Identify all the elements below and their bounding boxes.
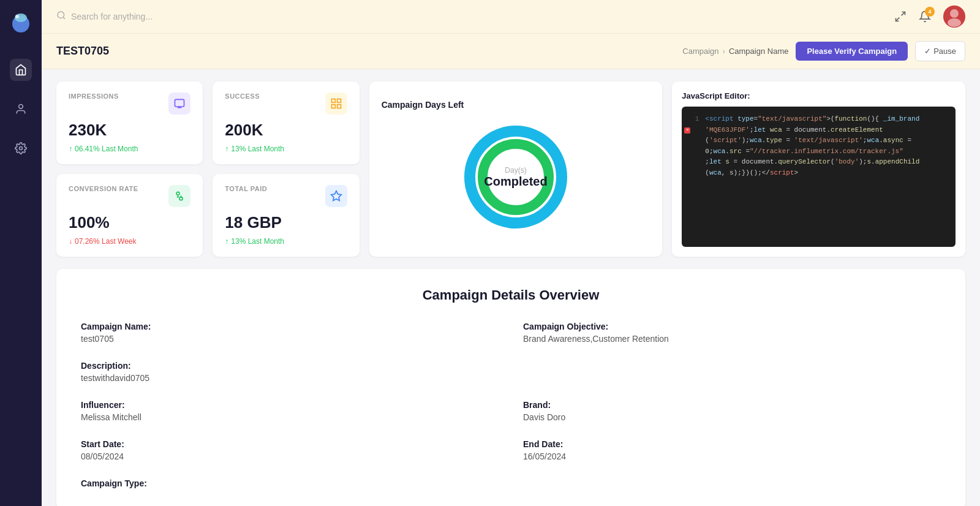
- total-paid-card: TOTAL PAID 18 GBP ↑ 13% Last Month: [213, 174, 359, 257]
- app-logo: [9, 10, 33, 34]
- description-label: Description:: [81, 361, 941, 371]
- detail-campaign-type: Campaign Type:: [81, 478, 499, 491]
- impressions-change: ↑ 06.41% Last Month: [69, 145, 190, 153]
- pause-label: Pause: [933, 47, 956, 56]
- total-paid-change-text: 13% Last Month: [231, 237, 284, 246]
- description-value: testwithdavid0705: [81, 373, 941, 383]
- page-title: TEST0705: [56, 45, 109, 58]
- campaign-type-label: Campaign Type:: [81, 478, 499, 488]
- search-placeholder-text: Search for anything...: [71, 12, 153, 21]
- campaign-days-title: Campaign Days Left: [382, 100, 464, 110]
- influencer-value: Melissa Mitchell: [81, 412, 499, 422]
- verify-campaign-button[interactable]: Please Verify Campaign: [796, 42, 908, 61]
- donut-center-value: Completed: [484, 175, 547, 189]
- impressions-label: IMPRESSIONS: [69, 93, 119, 100]
- svg-rect-23: [337, 105, 341, 108]
- svg-point-11: [948, 18, 961, 27]
- success-card: SUCCESS 200K ↑ 13% Last Month: [213, 81, 359, 164]
- svg-marker-25: [331, 191, 341, 201]
- conversion-label: CONVERSION RATE: [69, 185, 138, 192]
- success-value: 200K: [225, 121, 347, 140]
- conversion-rate-card: CONVERSION RATE 100% ↓ 07.26% Last We: [56, 174, 203, 257]
- total-paid-arrow: ↑: [225, 237, 228, 246]
- detail-end-date: End Date: 16/05/2024: [523, 439, 941, 461]
- donut-chart: Day(s) Completed: [454, 116, 577, 238]
- sidebar-nav: [10, 59, 32, 159]
- start-date-label: Start Date:: [81, 439, 499, 449]
- svg-rect-21: [331, 99, 335, 103]
- breadcrumb-separator: ›: [723, 47, 725, 56]
- header-right: Campaign › Campaign Name Please Verify C…: [682, 41, 965, 61]
- conversion-icon: [168, 185, 190, 207]
- detail-influencer: Influencer: Melissa Mitchell: [81, 400, 499, 422]
- success-change: ↑ 13% Last Month: [225, 145, 347, 153]
- page-header: TEST0705 Campaign › Campaign Name Please…: [42, 34, 980, 69]
- breadcrumb: Campaign › Campaign Name: [682, 47, 788, 56]
- expand-button[interactable]: [894, 10, 907, 23]
- js-editor-card: JavaScript Editor: 1 <script type="text/…: [672, 81, 965, 257]
- svg-point-4: [20, 147, 23, 150]
- influencer-label: Influencer:: [81, 400, 499, 410]
- topbar: Search for anything... 4: [42, 0, 980, 34]
- campaign-objective-label: Campaign Objective:: [523, 322, 941, 331]
- success-arrow: ↑: [225, 145, 228, 153]
- end-date-label: End Date:: [523, 439, 941, 449]
- success-icon: [325, 93, 347, 115]
- sidebar-item-settings[interactable]: [10, 137, 32, 159]
- pause-button[interactable]: ✓ Pause: [915, 41, 965, 61]
- sidebar-item-home[interactable]: [10, 59, 32, 81]
- detail-brand: Brand: Davis Doro: [523, 400, 941, 422]
- total-paid-value: 18 GBP: [225, 213, 347, 232]
- js-editor-code[interactable]: 1 <script type="text/javascript">(functi…: [682, 107, 956, 247]
- code-line-5: 1 ;let s = document.querySelector('body'…: [689, 157, 948, 168]
- donut-center: Day(s) Completed: [484, 166, 547, 189]
- success-change-text: 13% Last Month: [231, 145, 284, 153]
- total-paid-change: ↑ 13% Last Month: [225, 237, 347, 246]
- code-line-6: 1 (wca, s);})();</script>: [689, 168, 948, 179]
- svg-point-15: [176, 192, 179, 195]
- brand-value: Davis Doro: [523, 412, 941, 422]
- campaign-name-value: test0705: [81, 334, 499, 344]
- svg-point-10: [950, 9, 959, 18]
- conversion-change-text: 07.26% Last Week: [75, 237, 137, 246]
- campaign-details-card: Campaign Details Overview Campaign Name:…: [56, 269, 965, 506]
- brand-label: Brand:: [523, 400, 941, 410]
- code-line-4: 1 0;wca.src ="//tracker.influmetrix.com/…: [689, 146, 948, 157]
- conversion-arrow: ↓: [69, 237, 72, 246]
- code-line-2: 1 'MQE63JFDF';let wca = document.createE…: [689, 125, 948, 136]
- svg-line-8: [896, 18, 900, 21]
- conversion-value: 100%: [69, 213, 190, 232]
- donut-center-label: Day(s): [484, 166, 547, 175]
- impressions-change-text: 06.41% Last Month: [75, 145, 138, 153]
- campaign-details-title: Campaign Details Overview: [81, 287, 941, 303]
- code-line-1: 1 <script type="text/javascript">(functi…: [689, 114, 948, 125]
- pause-check-icon: ✓: [924, 47, 931, 56]
- code-line-3: 1 ('script');wca.type = 'text/javascript…: [689, 135, 948, 146]
- breadcrumb-root: Campaign: [682, 47, 718, 56]
- impressions-arrow: ↑: [69, 145, 72, 153]
- detail-description: Description: testwithdavid0705: [81, 361, 941, 383]
- user-avatar[interactable]: [943, 6, 965, 28]
- search-container: Search for anything...: [56, 10, 884, 23]
- detail-start-date: Start Date: 08/05/2024: [81, 439, 499, 461]
- end-date-value: 16/05/2024: [523, 451, 941, 461]
- stats-col-right: SUCCESS 200K ↑ 13% Last Month: [213, 81, 359, 257]
- notification-badge: 4: [925, 7, 935, 17]
- svg-point-3: [19, 105, 23, 109]
- svg-rect-24: [331, 105, 335, 108]
- impressions-value: 230K: [69, 121, 190, 140]
- js-editor-title: JavaScript Editor:: [682, 91, 956, 100]
- main-content: Search for anything... 4: [42, 0, 980, 506]
- stats-col-left: IMPRESSIONS 230K ↑ 06.41% Last Month: [56, 81, 203, 257]
- conversion-change: ↓ 07.26% Last Week: [69, 237, 190, 246]
- total-paid-icon: [325, 185, 347, 207]
- start-date-value: 08/05/2024: [81, 451, 499, 461]
- svg-point-5: [58, 12, 64, 18]
- svg-rect-22: [337, 99, 341, 103]
- success-label: SUCCESS: [225, 93, 260, 100]
- svg-rect-12: [175, 99, 184, 107]
- total-paid-label: TOTAL PAID: [225, 185, 267, 192]
- svg-line-6: [63, 17, 65, 19]
- sidebar-item-user[interactable]: [10, 98, 32, 120]
- notification-button[interactable]: 4: [919, 10, 931, 23]
